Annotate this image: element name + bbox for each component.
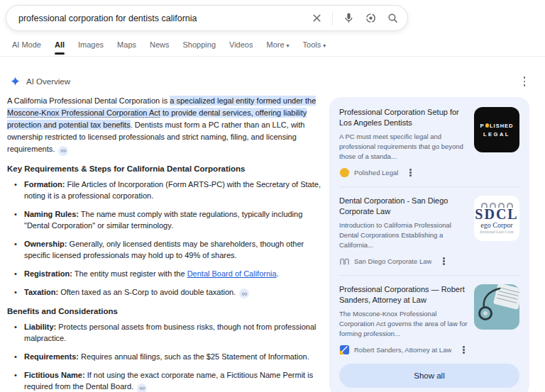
list-item: •Taxation: Often taxed as an S-Corp to a… bbox=[7, 286, 324, 299]
robert-sanders-favicon bbox=[339, 345, 350, 355]
tab-images[interactable]: Images bbox=[78, 40, 104, 49]
bullet-label: Registration: bbox=[24, 269, 72, 278]
source-link-chip[interactable] bbox=[58, 146, 68, 156]
tab-videos[interactable]: Videos bbox=[229, 40, 253, 49]
bullet-text: Ownership: Generally, only licensed dent… bbox=[17, 238, 324, 261]
source-name: Robert Sanders, Attorney at Law bbox=[354, 346, 451, 354]
source-card-title[interactable]: Dental Corporation - San Diego Corporate… bbox=[339, 196, 468, 217]
sdcl-letters: SDCL bbox=[475, 207, 518, 221]
bullet-dot: • bbox=[7, 351, 17, 362]
bullet-list: •Formation: File Articles of Incorporati… bbox=[7, 179, 324, 299]
bullet-dot: • bbox=[7, 238, 17, 261]
bullet-label: Ownership: bbox=[24, 240, 67, 248]
bullet-label: Fictitious Name: bbox=[24, 371, 85, 379]
sdcl-thumbnail[interactable]: SDCLego Corporfessional Law Corp bbox=[474, 196, 519, 241]
bullet-dot: • bbox=[7, 369, 17, 392]
bullet-text: Requirements: Requires annual filings, s… bbox=[17, 351, 324, 362]
section-heading: Key Requirements & Steps for California … bbox=[7, 164, 324, 173]
bullet-dot: • bbox=[7, 208, 17, 231]
sdcl-line-2: ego Corpor bbox=[480, 221, 512, 229]
source-link-chip[interactable] bbox=[137, 383, 147, 392]
section-heading: Benefits and Considerations bbox=[7, 307, 324, 315]
bullet-label: Formation: bbox=[24, 180, 65, 189]
clear-icon[interactable] bbox=[310, 12, 323, 25]
source-attribution-row: San Diego Corporate Law bbox=[339, 256, 468, 267]
source-card-text: Professional Corporations — Robert Sande… bbox=[339, 284, 468, 355]
tab-news[interactable]: News bbox=[150, 40, 170, 49]
dental-board-link[interactable]: Dental Board of California bbox=[187, 269, 277, 278]
logo-line-1: PLISHED bbox=[480, 123, 513, 129]
search-input[interactable]: professional corporation for dentists ca… bbox=[18, 13, 310, 23]
source-name: San Diego Corporate Law bbox=[354, 257, 431, 265]
tab-shopping[interactable]: Shopping bbox=[183, 40, 216, 49]
bullet-label: Naming Rules: bbox=[24, 210, 79, 218]
intro-text-run: a specialized legal entity formed under … bbox=[170, 96, 316, 106]
source-link-chip[interactable] bbox=[239, 289, 249, 298]
bullet-dot: • bbox=[7, 268, 17, 279]
list-item: •Fictitious Name: If not using the exact… bbox=[7, 369, 324, 392]
stethoscope-laptop-thumbnail[interactable] bbox=[474, 284, 519, 330]
ai-sparkle-icon bbox=[10, 76, 21, 86]
source-name: Polished Legal bbox=[354, 169, 398, 177]
result-filter-tabs: AI ModeAllImagesMapsNewsShoppingVideosMo… bbox=[12, 40, 326, 49]
bullet-label: Taxation: bbox=[24, 288, 58, 296]
google-search-results-page: professional corporation for dentists ca… bbox=[0, 0, 545, 392]
sources-panel: Professional Corporation Setup for Los A… bbox=[329, 97, 529, 392]
source-cards: Professional Corporation Setup for Los A… bbox=[339, 107, 519, 355]
source-card-description: A PC must meet specific legal and profes… bbox=[339, 132, 468, 162]
polished-legal-favicon bbox=[339, 167, 350, 178]
card-more-options-icon[interactable] bbox=[408, 167, 412, 177]
source-card-text: Dental Corporation - San Diego Corporate… bbox=[339, 196, 468, 267]
tab-ai-mode[interactable]: AI Mode bbox=[12, 40, 41, 49]
ai-overview-content: A California Professional Dental Corpora… bbox=[7, 95, 324, 392]
tab-all[interactable]: All bbox=[55, 40, 65, 49]
list-item: •Registration: The entity must register … bbox=[7, 268, 324, 279]
overview-more-options-icon[interactable] bbox=[519, 74, 530, 89]
source-card[interactable]: Dental Corporation - San Diego Corporate… bbox=[339, 196, 519, 267]
ai-overview-sections: Key Requirements & Steps for California … bbox=[7, 164, 324, 392]
card-divider bbox=[339, 186, 519, 187]
moscone-knox-act-link[interactable]: Moscone-Knox Professional Corporation Ac… bbox=[7, 108, 160, 118]
bullet-text: Taxation: Often taxed as an S-Corp to av… bbox=[17, 286, 324, 299]
source-attribution-row: Polished Legal bbox=[339, 167, 468, 178]
source-card-title[interactable]: Professional Corporation Setup for Los A… bbox=[339, 107, 468, 128]
lens-camera-icon[interactable] bbox=[364, 12, 377, 25]
icon-divider bbox=[332, 11, 333, 26]
list-item: •Requirements: Requires annual filings, … bbox=[7, 351, 324, 362]
chevron-down-icon: ▾ bbox=[323, 43, 326, 49]
source-card-title[interactable]: Professional Corporations — Robert Sande… bbox=[339, 284, 468, 306]
yellow-o-dot bbox=[485, 123, 490, 128]
tab-more[interactable]: More▾ bbox=[266, 40, 289, 49]
source-card[interactable]: Professional Corporation Setup for Los A… bbox=[339, 107, 519, 178]
tab-tools[interactable]: Tools▾ bbox=[303, 40, 326, 49]
logo-line-2: LEGAL bbox=[483, 131, 510, 138]
intro-text-run: A California Professional Dental Corpora… bbox=[7, 96, 170, 105]
show-all-button[interactable]: Show all bbox=[339, 364, 519, 388]
search-icon[interactable] bbox=[386, 12, 399, 25]
bullet-text: Registration: The entity must register w… bbox=[17, 268, 324, 279]
list-item: •Naming Rules: The name must comply with… bbox=[7, 208, 324, 231]
list-item: •Liability: Protects personal assets fro… bbox=[7, 321, 324, 344]
bullet-list: •Liability: Protects personal assets fro… bbox=[7, 321, 324, 392]
microphone-icon[interactable] bbox=[342, 12, 355, 25]
card-more-options-icon[interactable] bbox=[441, 256, 446, 266]
bullet-dot: • bbox=[7, 286, 17, 299]
source-card-description: Introduction to California Professional … bbox=[339, 220, 468, 250]
card-divider bbox=[339, 275, 519, 276]
card-more-options-icon[interactable] bbox=[461, 345, 466, 354]
bullet-text: Formation: File Articles of Incorporatio… bbox=[17, 179, 324, 201]
source-card[interactable]: Professional Corporations — Robert Sande… bbox=[339, 284, 519, 355]
tabs-divider bbox=[0, 56, 545, 57]
bullet-dot: • bbox=[7, 321, 17, 344]
chevron-down-icon: ▾ bbox=[287, 43, 290, 49]
source-card-description: The Moscone-Knox Professional Corporatio… bbox=[339, 309, 468, 339]
ai-overview-label: AI Overview bbox=[26, 77, 70, 86]
bullet-label: Requirements: bbox=[24, 352, 79, 361]
sdcl-teeth-favicon bbox=[339, 256, 350, 267]
search-bar[interactable]: professional corporation for dentists ca… bbox=[6, 5, 408, 31]
sdcl-line-3: fessional Law Corp bbox=[480, 229, 513, 235]
source-attribution-row: Robert Sanders, Attorney at Law bbox=[339, 345, 468, 355]
tab-maps[interactable]: Maps bbox=[117, 40, 136, 49]
list-item: •Ownership: Generally, only licensed den… bbox=[7, 238, 324, 261]
polished-legal-thumbnail[interactable]: PLISHEDLEGAL bbox=[474, 107, 519, 152]
